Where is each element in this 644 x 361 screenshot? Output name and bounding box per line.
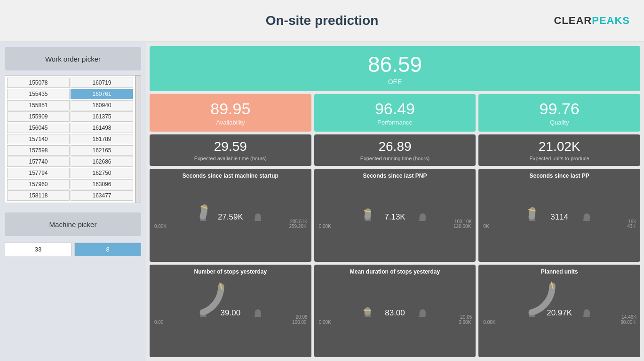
oee-tile: 86.59 OEE — [150, 46, 640, 91]
logo-clear: CLEAR — [554, 15, 592, 26]
gauge-max-startup: 259.20K — [289, 224, 306, 229]
gauge-tile-stops_yesterday: Number of stops yesterday39.000.00100.00… — [150, 265, 311, 358]
gauge-min-planned_units: 0.00K — [483, 320, 495, 325]
machine-picker-label: Machine picker — [5, 212, 141, 236]
gauge-center-value-pp: 3114 — [550, 212, 568, 222]
gauge-mid-planned_units: 14.46K — [621, 314, 636, 320]
work-order-item[interactable]: 156045 — [7, 123, 70, 133]
gauge-title-pp: Seconds since last PP — [529, 173, 589, 179]
gauge-min-pnp: 0.00K — [319, 224, 331, 229]
work-order-item[interactable]: 161789 — [71, 134, 133, 144]
bottom-input-1[interactable]: 33 — [5, 243, 72, 256]
gauge-center-value-stops_yesterday: 39.00 — [221, 308, 241, 318]
expected-running-label: Expected running time (hours) — [318, 156, 472, 161]
gauge-row-1: Seconds since last machine startup27.59K… — [150, 169, 640, 262]
work-order-item[interactable]: 155435 — [7, 89, 70, 99]
work-order-item[interactable]: 155851 — [7, 100, 70, 110]
gauge-title-mean_duration: Mean duration of stops yesterday — [350, 268, 440, 275]
header: On-site prediction CLEARPEAKS — [0, 0, 644, 42]
performance-tile: 96.49 Performance — [314, 94, 476, 132]
gauge-max-pp: 43K — [627, 224, 636, 229]
work-order-list-container: 1550781607191554351607611558511609401559… — [5, 75, 141, 203]
expected-available-tile: 29.59 Expected available time (hours) — [150, 134, 311, 166]
work-order-item[interactable]: 161375 — [71, 111, 133, 122]
gauge-title-stops_yesterday: Number of stops yesterday — [194, 268, 267, 275]
dashboard: 86.59 OEE 89.95 Availability 96.49 Perfo… — [146, 42, 644, 361]
sidebar: Work order picker 1550781607191554351607… — [0, 42, 146, 361]
gauge-title-startup: Seconds since last machine startup — [183, 173, 278, 179]
svg-line-4 — [364, 310, 370, 310]
gauge-mid-stops_yesterday: 20.05 — [296, 314, 308, 320]
gauge-mid-mean_duration: 20.05 — [460, 314, 472, 320]
gauge-tile-pp: Seconds since last PP31140K43K16K — [478, 169, 640, 262]
work-order-item[interactable]: 162686 — [71, 157, 133, 167]
oee-label: OEE — [155, 78, 635, 86]
gauge-max-planned_units: 50.00K — [620, 320, 636, 325]
page-title: On-site prediction — [266, 13, 379, 28]
work-order-item[interactable]: 157794 — [7, 168, 70, 178]
work-order-item[interactable]: 161498 — [71, 123, 133, 133]
gauge-center-value-startup: 27.59K — [218, 212, 243, 222]
work-order-item[interactable]: 155078 — [7, 78, 70, 88]
gauge-min-startup: 0.00K — [154, 224, 167, 229]
main-content: Work order picker 1550781607191554351607… — [0, 42, 644, 361]
performance-label: Performance — [318, 119, 472, 126]
quality-value: 99.76 — [482, 100, 636, 118]
gauge-mid-startup: 205.51K — [290, 219, 307, 224]
metrics-row: 89.95 Availability 96.49 Performance 99.… — [150, 94, 640, 132]
work-order-item[interactable]: 160940 — [71, 100, 133, 110]
quality-label: Quality — [482, 119, 636, 126]
gauge-min-stops_yesterday: 0.00 — [154, 320, 163, 325]
gauge-tile-startup: Seconds since last machine startup27.59K… — [150, 169, 311, 262]
work-order-list[interactable]: 1550781607191554351607611558511609401559… — [5, 75, 135, 203]
work-order-item[interactable]: 157598 — [7, 145, 70, 156]
expected-row: 29.59 Expected available time (hours) 26… — [150, 134, 640, 166]
logo-peaks: PEAKS — [592, 15, 630, 26]
gauge-mid-pp: 16K — [628, 219, 636, 224]
gauge-mid-pnp: 103.10K — [454, 219, 472, 224]
expected-units-tile: 21.02K Expected units to produce — [478, 134, 640, 166]
gauge-min-pp: 0K — [483, 224, 489, 229]
work-order-item[interactable]: 157740 — [7, 157, 70, 167]
expected-available-label: Expected available time (hours) — [153, 156, 308, 161]
gauge-max-pnp: 120.00K — [453, 224, 471, 229]
expected-running-value: 26.89 — [318, 139, 472, 154]
gauge-row-2: Number of stops yesterday39.000.00100.00… — [150, 265, 640, 358]
work-order-item[interactable]: 160719 — [71, 78, 133, 88]
work-order-item[interactable]: 160761 — [71, 89, 133, 99]
gauge-min-mean_duration: 0.00K — [319, 320, 331, 325]
bottom-input-2[interactable]: 8 — [74, 243, 141, 256]
availability-value: 89.95 — [153, 100, 308, 118]
work-order-item[interactable]: 163096 — [71, 179, 133, 189]
gauge-max-stops_yesterday: 100.00 — [292, 320, 307, 325]
gauge-center-value-pnp: 7.13K — [384, 212, 405, 222]
work-order-item[interactable]: 155909 — [7, 111, 70, 122]
bottom-inputs: 33 8 — [5, 243, 141, 256]
expected-available-value: 29.59 — [153, 139, 308, 154]
availability-label: Availability — [153, 119, 308, 126]
quality-tile: 99.76 Quality — [478, 94, 640, 132]
scrollbar[interactable] — [135, 75, 141, 203]
oee-value: 86.59 — [155, 52, 635, 77]
expected-running-tile: 26.89 Expected running time (hours) — [314, 134, 476, 166]
work-order-item[interactable]: 162165 — [71, 145, 133, 156]
gauge-title-pnp: Seconds since last PNP — [363, 173, 427, 179]
expected-units-label: Expected units to produce — [482, 156, 636, 161]
work-order-item[interactable]: 162750 — [71, 168, 133, 178]
gauge-title-planned_units: Planned units — [541, 268, 578, 275]
expected-units-value: 21.02K — [482, 139, 636, 154]
performance-value: 96.49 — [318, 100, 472, 118]
gauge-tile-pnp: Seconds since last PNP7.13K0.00K120.00K1… — [314, 169, 476, 262]
gauge-center-value-planned_units: 20.97K — [547, 308, 572, 318]
work-order-item[interactable]: 158118 — [7, 190, 70, 201]
work-order-item[interactable]: 157140 — [7, 134, 70, 144]
work-order-item[interactable]: 163477 — [71, 190, 133, 201]
gauge-tile-mean_duration: Mean duration of stops yesterday83.000.0… — [314, 265, 476, 358]
work-order-item[interactable]: 157960 — [7, 179, 70, 189]
gauge-tile-planned_units: Planned units20.97K0.00K50.00K14.46K — [478, 265, 640, 358]
availability-tile: 89.95 Availability — [150, 94, 311, 132]
gauge-max-mean_duration: 3.60K — [459, 320, 471, 325]
work-order-picker-label: Work order picker — [5, 47, 141, 71]
gauge-center-value-mean_duration: 83.00 — [385, 308, 405, 318]
logo: CLEARPEAKS — [554, 15, 630, 27]
